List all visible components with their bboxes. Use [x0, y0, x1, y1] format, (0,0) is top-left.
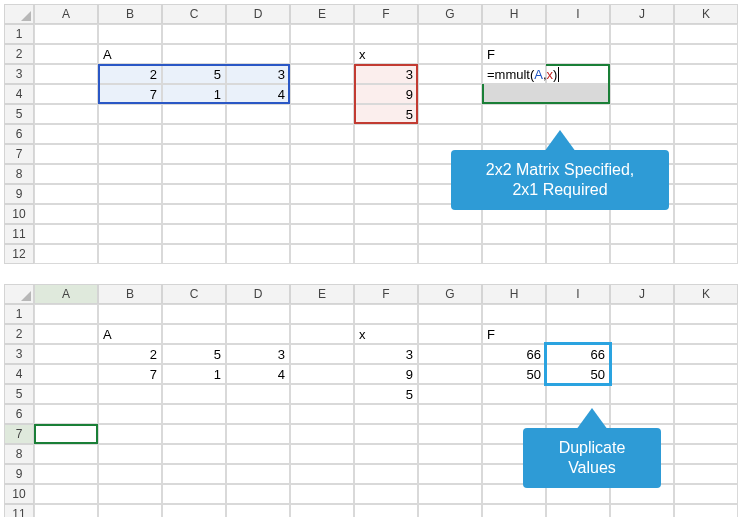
- cell-G6[interactable]: [418, 124, 482, 144]
- col-header-B[interactable]: B: [98, 4, 162, 24]
- cell-B10[interactable]: [98, 484, 162, 504]
- cell-E3[interactable]: [290, 64, 354, 84]
- cell-H2[interactable]: F: [482, 324, 546, 344]
- cell-F9[interactable]: [354, 464, 418, 484]
- cell-D2[interactable]: [226, 44, 290, 64]
- cell-C5[interactable]: [162, 104, 226, 124]
- cell-B1[interactable]: [98, 304, 162, 324]
- cell-F6[interactable]: [354, 404, 418, 424]
- cell-J3[interactable]: [610, 64, 674, 84]
- cell-E1[interactable]: [290, 304, 354, 324]
- cell-A7[interactable]: [34, 144, 98, 164]
- cell-E4[interactable]: [290, 364, 354, 384]
- cell-K6[interactable]: [674, 404, 738, 424]
- cell-E4[interactable]: [290, 84, 354, 104]
- cell-B8[interactable]: [98, 444, 162, 464]
- cell-G2[interactable]: [418, 324, 482, 344]
- cell-F4[interactable]: 9: [354, 364, 418, 384]
- col-header-C[interactable]: C: [162, 284, 226, 304]
- cell-E11[interactable]: [290, 224, 354, 244]
- row-header-8[interactable]: 8: [4, 164, 34, 184]
- cell-F3[interactable]: 3: [354, 344, 418, 364]
- cell-F12[interactable]: [354, 244, 418, 264]
- cell-G4[interactable]: [418, 84, 482, 104]
- cell-K10[interactable]: [674, 484, 738, 504]
- cell-C11[interactable]: [162, 224, 226, 244]
- cell-I2[interactable]: [546, 324, 610, 344]
- cell-C7[interactable]: [162, 424, 226, 444]
- cell-A9[interactable]: [34, 464, 98, 484]
- cell-J6[interactable]: [610, 124, 674, 144]
- cell-C1[interactable]: [162, 304, 226, 324]
- cell-K2[interactable]: [674, 324, 738, 344]
- cell-D11[interactable]: [226, 504, 290, 517]
- cell-C3[interactable]: 5: [162, 344, 226, 364]
- cell-B4[interactable]: 7: [98, 84, 162, 104]
- cell-J11[interactable]: [610, 224, 674, 244]
- cell-F2[interactable]: x: [354, 324, 418, 344]
- cell-B5[interactable]: [98, 384, 162, 404]
- cell-E1[interactable]: [290, 24, 354, 44]
- cell-I1[interactable]: [546, 304, 610, 324]
- cell-F5[interactable]: 5: [354, 104, 418, 124]
- col-header-C[interactable]: C: [162, 4, 226, 24]
- cell-H5[interactable]: [482, 104, 546, 124]
- cell-A11[interactable]: [34, 504, 98, 517]
- row-header-11[interactable]: 11: [4, 224, 34, 244]
- cell-B12[interactable]: [98, 244, 162, 264]
- cell-B1[interactable]: [98, 24, 162, 44]
- cell-C9[interactable]: [162, 464, 226, 484]
- cell-G2[interactable]: [418, 44, 482, 64]
- cell-G7[interactable]: [418, 424, 482, 444]
- cell-D5[interactable]: [226, 384, 290, 404]
- cell-B4[interactable]: 7: [98, 364, 162, 384]
- row-header-12[interactable]: 12: [4, 244, 34, 264]
- cell-D12[interactable]: [226, 244, 290, 264]
- cell-D8[interactable]: [226, 444, 290, 464]
- cell-D8[interactable]: [226, 164, 290, 184]
- cell-K7[interactable]: [674, 424, 738, 444]
- col-header-I[interactable]: I: [546, 4, 610, 24]
- cell-K3[interactable]: [674, 344, 738, 364]
- row-header-4[interactable]: 4: [4, 84, 34, 104]
- cell-J12[interactable]: [610, 244, 674, 264]
- cell-F10[interactable]: [354, 484, 418, 504]
- cell-K11[interactable]: [674, 224, 738, 244]
- col-header-F[interactable]: F: [354, 4, 418, 24]
- col-header-A[interactable]: A: [34, 284, 98, 304]
- cell-E7[interactable]: [290, 424, 354, 444]
- cell-D4[interactable]: 4: [226, 84, 290, 104]
- cell-F1[interactable]: [354, 24, 418, 44]
- cell-K4[interactable]: [674, 364, 738, 384]
- cell-H4[interactable]: [482, 84, 546, 104]
- cell-E7[interactable]: [290, 144, 354, 164]
- cell-E5[interactable]: [290, 104, 354, 124]
- cell-F11[interactable]: [354, 504, 418, 517]
- cell-H1[interactable]: [482, 24, 546, 44]
- cell-G11[interactable]: [418, 504, 482, 517]
- cell-C8[interactable]: [162, 164, 226, 184]
- cell-E2[interactable]: [290, 324, 354, 344]
- cell-E2[interactable]: [290, 44, 354, 64]
- cell-D1[interactable]: [226, 24, 290, 44]
- cell-H6[interactable]: [482, 124, 546, 144]
- col-header-J[interactable]: J: [610, 4, 674, 24]
- cell-B2[interactable]: A: [98, 44, 162, 64]
- col-header-J[interactable]: J: [610, 284, 674, 304]
- row-header-3[interactable]: 3: [4, 344, 34, 364]
- cell-C9[interactable]: [162, 184, 226, 204]
- cell-I3[interactable]: 66: [546, 344, 610, 364]
- cell-K8[interactable]: [674, 164, 738, 184]
- cell-B5[interactable]: [98, 104, 162, 124]
- cell-C4[interactable]: 1: [162, 364, 226, 384]
- cell-K10[interactable]: [674, 204, 738, 224]
- row-header-2[interactable]: 2: [4, 44, 34, 64]
- cell-H5[interactable]: [482, 384, 546, 404]
- cell-B11[interactable]: [98, 224, 162, 244]
- cell-E6[interactable]: [290, 124, 354, 144]
- col-header-G[interactable]: G: [418, 4, 482, 24]
- cell-A5[interactable]: [34, 384, 98, 404]
- cell-A11[interactable]: [34, 224, 98, 244]
- cell-B2[interactable]: A: [98, 324, 162, 344]
- cell-K4[interactable]: [674, 84, 738, 104]
